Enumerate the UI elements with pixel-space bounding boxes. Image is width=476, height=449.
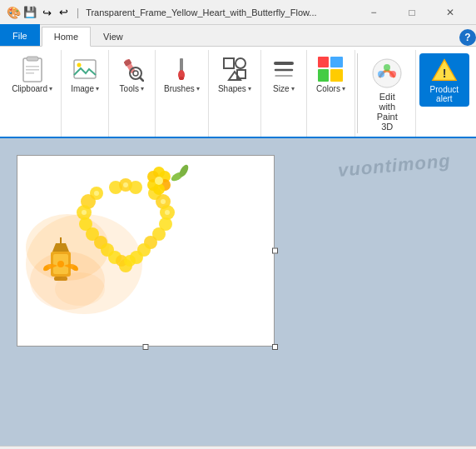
app-icon: 🎨 [7,6,20,19]
canvas-area[interactable]: vuontimong [0,138,476,446]
ribbon-group-clipboard: Clipboard▾ [3,50,62,137]
ribbon-group-tools: Tools▾ [109,50,155,137]
svg-rect-15 [224,58,234,68]
help-button[interactable]: ? [459,29,476,46]
title-separator: | [77,7,79,18]
handle-right-center[interactable] [272,248,278,254]
ribbon-group-shapes: Shapes▾ [209,50,260,137]
tab-view[interactable]: View [91,26,136,46]
brushes-icon [168,56,195,82]
clipboard-items: Clipboard▾ [7,53,57,135]
clipboard-icon [19,56,46,82]
svg-point-60 [123,182,128,187]
svg-rect-4 [26,72,34,74]
svg-point-56 [94,191,99,196]
ribbon: Clipboard▾ Image▾ [0,47,476,138]
status-bar: + ⊞ 25% − + [0,446,476,449]
ribbon-group-product-alert: ! Product alert [416,50,473,137]
quick-save-icon[interactable]: 💾 [23,6,37,19]
shapes-icon [221,56,248,82]
size-icon [270,56,297,82]
ribbon-group-paint3d: Edit with Paint 3D [359,50,416,137]
svg-point-16 [236,58,245,68]
tools-button[interactable]: Tools▾ [113,53,150,96]
svg-point-29 [384,64,390,71]
window-controls: − □ ✕ [355,0,469,25]
svg-point-26 [373,59,401,87]
svg-point-10 [133,71,138,76]
svg-point-57 [82,210,87,215]
svg-text:!: ! [442,67,446,80]
svg-rect-2 [26,66,39,67]
svg-point-59 [165,210,170,215]
size-button[interactable]: Size▾ [265,53,302,96]
minimize-button[interactable]: − [355,0,393,25]
ribbon-group-brushes: Brushes▾ [156,50,210,137]
ribbon-group-colors: Colors▾ [307,50,355,137]
size-label: Size▾ [273,84,294,93]
svg-rect-12 [180,58,183,72]
tools-icon [118,56,145,82]
svg-rect-5 [74,60,96,78]
window-title: Transparent_Frame_Yellow_Heart_with_Butt… [86,7,355,17]
colors-button[interactable]: Colors▾ [311,53,350,96]
shapes-label: Shapes▾ [218,84,251,93]
close-button[interactable]: ✕ [431,0,469,25]
paint3d-label: Edit with Paint 3D [370,92,404,132]
image-button[interactable]: Image▾ [66,53,104,96]
svg-rect-3 [26,69,39,71]
handle-bottom-center[interactable] [143,344,149,350]
tab-file[interactable]: File [0,24,40,46]
svg-rect-22 [318,57,329,67]
image-label: Image▾ [71,84,99,93]
product-alert-button[interactable]: ! Product alert [419,53,469,107]
colors-label: Colors▾ [316,84,345,93]
ribbon-group-image: Image▾ [62,50,109,137]
canvas-image[interactable] [17,155,275,347]
image-icon [72,56,98,82]
svg-point-28 [389,71,396,77]
title-bar: 🎨 💾 ↩ ↩ | Transparent_Frame_Yellow_Heart… [0,0,476,25]
quick-undo-icon[interactable]: ↩ [40,6,53,19]
svg-rect-1 [27,57,38,61]
product-alert-label: Product alert [430,85,459,103]
svg-point-77 [55,272,105,306]
handle-bottom-right[interactable] [272,344,278,350]
product-alert-icon: ! [431,57,458,83]
ribbon-group-size: Size▾ [261,50,307,137]
clipboard-label: Clipboard▾ [12,84,52,93]
svg-rect-23 [330,57,343,67]
svg-point-14 [179,77,184,80]
svg-point-55 [124,255,136,267]
svg-line-11 [140,77,143,81]
paint3d-icon [370,57,404,90]
svg-point-52 [129,181,142,194]
clipboard-button[interactable]: Clipboard▾ [7,53,57,96]
svg-point-58 [161,199,166,204]
edit-paint3d-button[interactable]: Edit with Paint 3D [364,53,410,135]
canvas-wrapper [17,155,275,347]
tab-home[interactable]: Home [42,27,91,47]
ribbon-tabs: File Home View ? [0,25,476,47]
svg-rect-24 [318,69,329,82]
shapes-button[interactable]: Shapes▾ [213,53,256,96]
quick-redo-icon[interactable]: ↩ [57,6,70,19]
colors-icon [317,56,344,82]
watermark: vuontimong [337,150,452,182]
svg-rect-25 [330,69,343,82]
maximize-button[interactable]: □ [393,0,431,25]
title-bar-icons: 🎨 💾 ↩ ↩ | [7,6,82,19]
svg-point-27 [378,71,384,77]
tools-label: Tools▾ [120,84,144,93]
svg-point-6 [77,63,82,67]
brushes-button[interactable]: Brushes▾ [159,53,205,96]
svg-point-67 [155,177,163,185]
brushes-label: Brushes▾ [164,84,200,93]
